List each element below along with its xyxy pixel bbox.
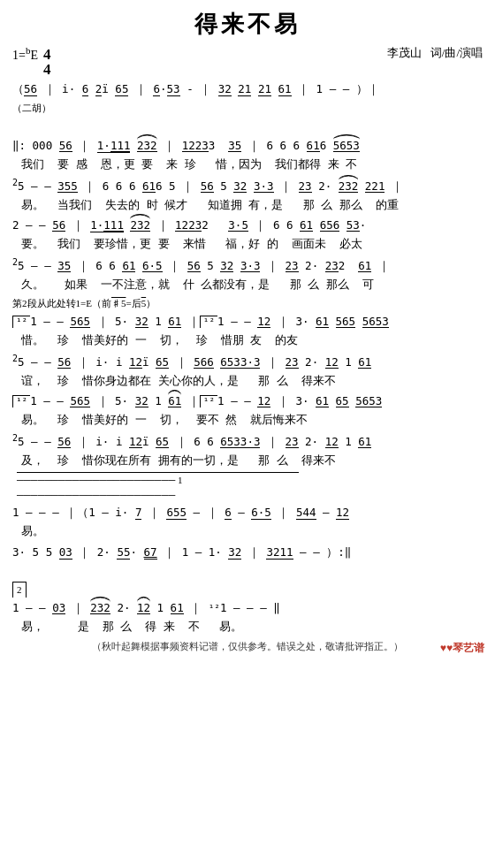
time-signature: 4 4	[43, 47, 51, 77]
key-signature: 1=bE	[12, 45, 38, 63]
section-marker: 第2段从此处转1=E（前♯5=后5）	[12, 296, 483, 312]
staff-line-4: 2 — — 56 ｜ 1·111 232 ｜ 12232 3·5 ｜ 6 6 6…	[12, 217, 483, 234]
staff-line-11: 3· 5 5 03 ｜ 2· 55· 67 ｜ 1 — 1· 32 ｜ 3211…	[12, 544, 483, 561]
staff-line-1: （56 ｜ i· 6 2ï 65 ｜ 6·53 - ｜ 32 21 21 61 …	[12, 80, 483, 98]
music-content: （56 ｜ i· 6 2ï 65 ｜ 6·53 - ｜ 32 21 21 61 …	[12, 80, 483, 654]
staff-line-3: 25 — — 355 ｜ 6 6 6 616 5 ｜ 56 5 32 3·3 ｜…	[12, 176, 483, 195]
footnote: （秋叶起舞模据事频资料记谱，仅供参考。错误之处，敬请批评指正。）	[12, 639, 483, 655]
lyric-line-9: 易。	[12, 522, 483, 540]
staff-line-5: 25 — — 35 ｜ 6 6 61 6·5 ｜ 56 5 32 3·3 ｜ 2…	[12, 255, 483, 275]
staff-line-7: 25 — — 56 ｜ i· i 12ï 65 ｜ 566 6533·3 ｜ 2…	[12, 352, 483, 371]
staff-line-2: ‖: 000 56 ｜ 1·111 232 ｜ 12233 35 ｜ 6 6 6…	[12, 137, 483, 155]
lyric-line-6: 谊， 珍 惜你身边都在 关心你的人，是 那 么 得来不	[12, 372, 483, 390]
time-numerator: 4	[43, 47, 51, 62]
staff-line-12: 1 — — 03 ｜ 232 2· 12 1 61 ｜ ¹²1 — — — ‖	[12, 599, 483, 617]
time-denominator: 4	[43, 62, 51, 77]
lyric-line-10: 易， 是 那 么 得 来 不 易。	[12, 618, 483, 636]
lyric-line-8: 及， 珍 惜你现在所有 拥有的一切，是 那 么 得来不	[12, 452, 483, 469]
composer-name: 李茂山	[387, 46, 422, 59]
song-title: 得来不易	[12, 9, 483, 40]
lyric-line-5: 惜。 珍 惜美好的 一 切， 珍 惜朋 友 的友	[12, 331, 483, 349]
erhu-label: （二胡）	[12, 99, 483, 118]
logo: ♥♥琴艺谱	[440, 641, 484, 656]
volta-2: 2	[12, 582, 27, 598]
staff-line-6: ¹²1 — — 565 ｜ 5· 32 1 61 ｜¹²1 — — 12 ｜ 3…	[12, 313, 483, 331]
meta-left: 1=bE 4 4	[12, 45, 50, 77]
composer-info: 李茂山 词/曲/演唱	[387, 45, 483, 61]
logo-text: ♥琴艺谱	[446, 642, 484, 654]
meta-row: 1=bE 4 4 李茂山 词/曲/演唱	[12, 45, 483, 77]
staff-line-9: 25 — — 56 ｜ i· i 12ï 65 ｜ 6 6 6533·3 ｜ 2…	[12, 431, 483, 451]
lyric-line-7: 易。 珍 惜美好的 一 切， 要不 然 就后悔来不	[12, 411, 483, 429]
composer-role: 词/曲/演唱	[430, 46, 483, 59]
lyric-line-3: 要。 我们 要珍惜，更 要 来惜 福，好 的 画面未 必太	[12, 235, 483, 253]
lyric-line-2: 易。 当我们 失去的 时 候才 知道拥 有，是 那 么 那么 的重	[12, 196, 483, 214]
lyric-line-4: 久。 如果 一不注意，就 什 么都没有，是 那 么 那么 可	[12, 276, 483, 293]
staff-line-8: ¹²1 — — 565 ｜ 5· 32 1 61 ｜¹²1 — — 12 ｜ 3…	[12, 392, 483, 410]
lyric-line-1: 我们 要 感 恩，更 要 来 珍 惜，因为 我们都得 来 不	[12, 156, 483, 173]
staff-line-10: 1 — — — ｜（1 — i· 7 ｜ 655 — ｜ 6 — 6·5 ｜ 5…	[12, 504, 483, 522]
logo-heart-icon: ♥	[440, 642, 446, 654]
page: 得来不易 1=bE 4 4 李茂山 词/曲/演唱 （56 ｜ i· 6 2ï 6…	[0, 0, 495, 663]
